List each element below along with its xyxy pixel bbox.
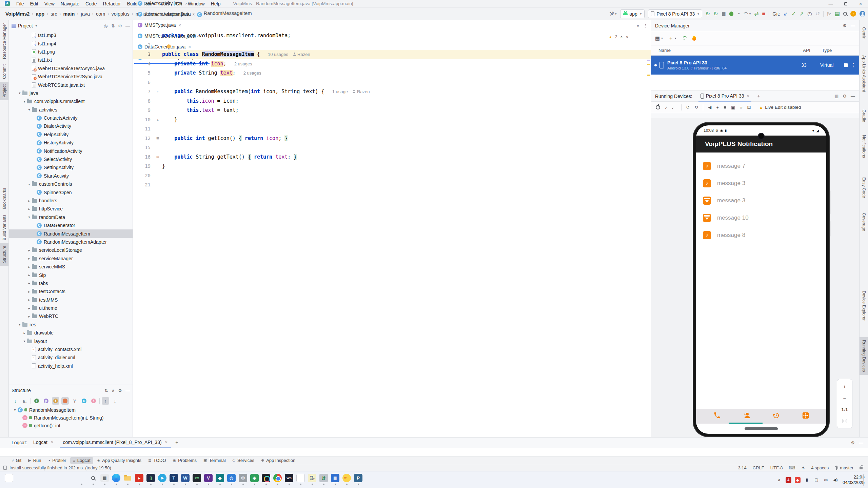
- message-item[interactable]: message 7: [696, 157, 826, 175]
- show-lambdas-icon[interactable]: λ: [90, 397, 97, 405]
- tree-item-activity-help-xml[interactable]: ≡activity_help.xml: [9, 362, 133, 370]
- chevron-down-icon[interactable]: ▾: [22, 339, 27, 343]
- close-tab-icon[interactable]: ×: [179, 23, 181, 28]
- chevron-right-icon[interactable]: ▸: [26, 290, 32, 293]
- plus-marker-icon[interactable]: ⊞: [153, 152, 162, 162]
- ime-indicator-icon[interactable]: ⌨: [789, 465, 795, 470]
- message-item[interactable]: message 10: [696, 209, 826, 226]
- new-device-tab-icon[interactable]: ＋: [756, 93, 761, 99]
- tree-item-activities[interactable]: ▾activities: [9, 106, 133, 114]
- git-push-button[interactable]: ↗: [800, 11, 804, 17]
- taskbar-item-app-blue[interactable]: ◎: [227, 474, 236, 485]
- device-view-options-icon[interactable]: ▦▾: [655, 35, 663, 41]
- tree-item-randommessageitemadapter[interactable]: CRandomMessageItemAdapter: [9, 238, 133, 246]
- tray-orange-badge-icon[interactable]: ◆: [795, 477, 801, 483]
- tree-item-randommessageitem[interactable]: CRandomMessageItem: [9, 229, 133, 238]
- tree-item-webrtcservicetestasync-java[interactable]: JWebRTCServiceTestAsync.java: [9, 64, 133, 73]
- screenshot-icon[interactable]: ▣: [731, 105, 735, 110]
- tool-strip-tab-structure[interactable]: Structure: [0, 243, 8, 266]
- hide-panel-icon[interactable]: —: [851, 94, 855, 99]
- device-kebab-icon[interactable]: ⋮: [848, 62, 859, 68]
- tree-item-drawable[interactable]: ▸drawable: [9, 329, 133, 337]
- tool-window-button-app-quality-insights[interactable]: ◈App Quality Insights: [95, 457, 144, 464]
- rotate-right-icon[interactable]: ↻: [694, 105, 698, 110]
- tree-item-webrtcservicetestsync-java[interactable]: JWebRTCServiceTestSync.java: [9, 73, 133, 81]
- logcat-content[interactable]: [0, 448, 868, 456]
- tree-item-testcontacts[interactable]: ▸testContacts: [9, 287, 133, 296]
- ai-assistant-icon[interactable]: ✶: [801, 465, 805, 470]
- rotate-left-icon[interactable]: ↺: [686, 105, 690, 110]
- logcat-tab-logcat[interactable]: Logcat×: [30, 438, 57, 448]
- tree-item-servicelocalstorage[interactable]: ▸serviceLocalStorage: [9, 246, 133, 254]
- tool-strip-tab-coverage[interactable]: Coverage: [860, 210, 868, 234]
- close-tab-icon[interactable]: ×: [51, 440, 54, 445]
- taskbar-item-telegram[interactable]: ➤: [158, 474, 166, 485]
- rerun-button[interactable]: ↻: [706, 11, 710, 17]
- taskbar-item-word[interactable]: W: [181, 474, 190, 485]
- tree-item-tst1-mp4[interactable]: ?tst1.mp4: [9, 39, 133, 47]
- tree-item-notificationactivity[interactable]: CNotificationActivity: [9, 147, 133, 155]
- autoscroll-to-source-icon[interactable]: ↑: [102, 397, 109, 405]
- tray-mouse-icon[interactable]: ▢: [813, 477, 820, 483]
- project-panel-title[interactable]: Project▾: [12, 23, 37, 28]
- device-mirror-button[interactable]: ⌲: [827, 11, 831, 17]
- chevron-right-icon[interactable]: ▸: [26, 281, 32, 285]
- taskbar-item-chrome[interactable]: [273, 474, 282, 485]
- update-available-icon[interactable]: ↑: [850, 11, 856, 17]
- message-item[interactable]: message 3: [696, 192, 826, 209]
- usages-hint[interactable]: 2 usages: [234, 61, 252, 66]
- menu-refactor[interactable]: Refactor: [100, 1, 124, 6]
- plus-marker-icon[interactable]: ⊞: [153, 134, 162, 143]
- collapse-all-icon[interactable]: ∧: [112, 388, 115, 393]
- split-view-icon[interactable]: ▥: [834, 94, 839, 99]
- chevron-down-icon[interactable]: ▾: [17, 91, 22, 95]
- chevron-down-icon[interactable]: ▾: [26, 182, 32, 186]
- tray-usb-icon[interactable]: ▮: [804, 477, 810, 483]
- device-row[interactable]: Pixel 8 Pro API 33 Android 13.0 ("Tirami…: [651, 56, 859, 75]
- tool-window-button-todo[interactable]: ≣TODO: [145, 457, 169, 464]
- zoom-reset-button[interactable]: 1:1: [837, 404, 852, 415]
- layout-inspector-icon[interactable]: ⊡: [747, 105, 751, 110]
- tree-item-historyactivity[interactable]: CHistoryActivity: [9, 139, 133, 147]
- home-button-icon[interactable]: ●: [716, 105, 719, 110]
- menu-edit[interactable]: Edit: [27, 1, 41, 6]
- power-icon[interactable]: [656, 105, 660, 109]
- menu-code[interactable]: Code: [82, 1, 100, 6]
- tree-item-servicemanager[interactable]: ▸serviceManager: [9, 255, 133, 263]
- chevron-down-icon[interactable]: ▾: [17, 323, 22, 326]
- tool-window-button-services[interactable]: ◇Services: [230, 457, 257, 464]
- gesture-pill[interactable]: [745, 427, 778, 430]
- close-tab-icon[interactable]: ×: [185, 1, 188, 6]
- git-update-button[interactable]: ↙: [784, 11, 788, 17]
- maximize-icon[interactable]: [838, 0, 853, 7]
- pair-wifi-icon[interactable]: [682, 36, 687, 40]
- run-config-select[interactable]: app▾: [620, 9, 645, 18]
- usages-hint[interactable]: 2 usages: [243, 70, 261, 76]
- debug-button[interactable]: [729, 12, 733, 16]
- chevron-right-icon[interactable]: ▸: [26, 257, 32, 260]
- hide-panel-icon[interactable]: —: [851, 23, 855, 28]
- tool-strip-tab-resource-manager[interactable]: Resource Manager: [0, 20, 8, 62]
- tree-item-tst1-mp3[interactable]: ?tst1.mp3: [9, 31, 133, 39]
- indent-size[interactable]: 4 spaces: [811, 465, 829, 470]
- stop-button[interactable]: ■: [762, 11, 766, 17]
- breadcrumb-item-voipplus[interactable]: voipplus: [111, 11, 129, 17]
- tool-window-button-app-inspection[interactable]: ⊕App Inspection: [258, 457, 298, 464]
- tree-item-activity-dialer-xml[interactable]: ≡activity_dialer.xml: [9, 353, 133, 362]
- volume-down-icon[interactable]: ♩: [672, 105, 676, 110]
- taskbar-item-settings-gray[interactable]: ⚙: [239, 474, 247, 485]
- taskbar-item-phone-link[interactable]: ▯: [146, 474, 155, 485]
- taskbar-item-app-navy[interactable]: T: [170, 474, 178, 485]
- tree-item-helpactivity[interactable]: CHelpActivity: [9, 130, 133, 139]
- back-button-icon[interactable]: ◀: [708, 105, 711, 110]
- user-avatar[interactable]: [860, 11, 865, 17]
- taskbar-item-android-studio[interactable]: [262, 474, 270, 485]
- chevron-right-icon[interactable]: ▸: [26, 199, 32, 203]
- group-by-type-icon[interactable]: Y: [71, 397, 78, 405]
- device-select[interactable]: Pixel 8 Pro API 33▾: [648, 9, 702, 18]
- taskbar-item-task-view[interactable]: ▦: [100, 474, 109, 485]
- tree-item-activity-contacts-xml[interactable]: ≡activity_contacts.xml: [9, 345, 133, 353]
- tool-window-button-profiler[interactable]: ◔Profiler: [45, 457, 69, 464]
- show-anonymous-classes-icon[interactable]: O: [80, 397, 88, 405]
- device-pair-button[interactable]: ▤: [835, 11, 840, 17]
